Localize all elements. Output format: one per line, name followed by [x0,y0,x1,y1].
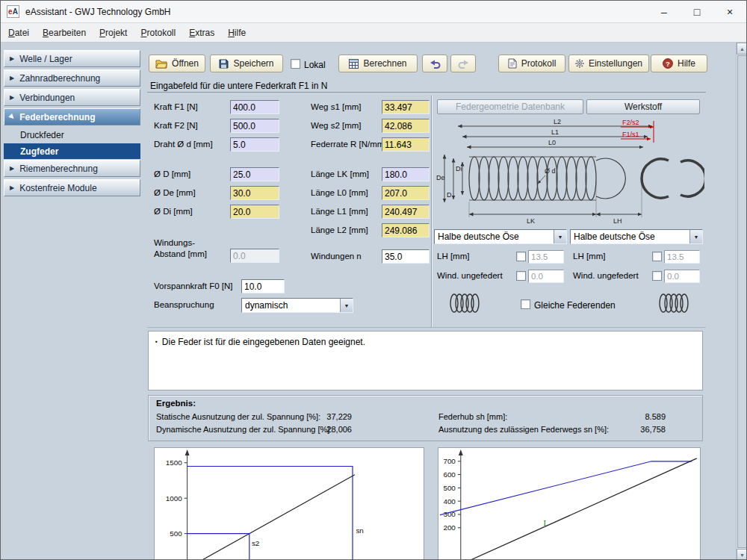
dim-f1-s1: F1/s1 [622,131,639,138]
dropdown-arrow-icon: ▼ [554,230,566,243]
svg-text:sn: sn [356,526,363,535]
spring-diagram: L2 L1 L0 De D Di Ø d LK LH F2/s2 F1/s1 [436,117,704,226]
limit-chart-svg: 200300400500600700I [438,448,700,560]
sidebar-item-federberechnung[interactable]: ▶Federberechnung [4,108,140,125]
svg-text:s2: s2 [252,539,259,547]
lh-right-checkbox[interactable] [652,252,662,261]
help-label: Hilfe [678,58,695,69]
laenge-l1-output[interactable] [382,205,430,219]
title-bar: eA eAssistant - GWJ Technology GmbH – □ … [1,1,746,23]
wind-ungefedert-right-checkbox[interactable] [652,271,662,281]
protocol-button[interactable]: Protokoll [498,55,565,72]
svg-text:500: 500 [443,484,456,492]
scroll-down-button[interactable]: ▼ [737,549,747,560]
lh-left-input [528,250,564,264]
scrollbar-thumb[interactable] [737,55,747,548]
lokal-checkbox[interactable] [291,59,300,69]
vorspannkraft-input[interactable] [241,279,285,293]
dynamic-usage-value: 28,006 [307,425,352,434]
scroll-up-button[interactable]: ▲ [737,43,747,55]
ose-left-value: Halbe deutsche Öse [435,231,554,242]
menu-hilfe[interactable]: Hilfe [228,28,246,38]
sidebar-nav: ▶Welle / Lager▶Zahnradberechnung▶Verbind… [4,50,140,199]
maximize-button[interactable]: □ [681,1,713,22]
dim-od: Ø d [545,167,556,175]
federgeometrie-datenbank-button[interactable]: Federgeometrie Datenbank [437,99,583,114]
durchmesser-De-label: Ø De [mm] [154,188,196,197]
weg-s1-output[interactable] [382,100,430,114]
bullet-icon: ▪ [155,338,158,345]
durchmesser-Di-input[interactable] [230,205,279,219]
sidebar-item-label: Kostenfreie Module [19,183,96,193]
protocol-label: Protokoll [521,58,557,69]
dropdown-arrow-icon: ▼ [340,299,353,312]
federweg-usage-label: Ausnutzung des zulässigen Federwegs sn [… [438,425,609,434]
kraft-f2-input[interactable] [230,119,279,133]
redo-button[interactable] [450,55,476,72]
sidebar-item-label: Federberechnung [19,112,95,122]
ose-right-dropdown[interactable]: Halbe deutsche Öse ▼ [570,229,703,244]
wind-ungefedert-right-input [664,270,700,283]
durchmesser-De-input[interactable] [230,186,279,200]
vertical-scrollbar[interactable]: ▲ ▼ [736,43,747,560]
menu-bearbeiten[interactable]: Bearbeiten [43,28,86,38]
status-text: Eingabefeld für die untere Federkraft F1… [150,81,327,91]
open-button[interactable]: Öffnen [149,55,205,72]
spring-coil-drawing [469,157,704,200]
sidebar-item-zugfeder[interactable]: Zugfeder [4,143,140,159]
sidebar-item-welle-lager[interactable]: ▶Welle / Lager [4,50,140,67]
calculate-button[interactable]: Berechnen [338,55,418,72]
weg-s2-output[interactable] [382,119,430,133]
dim-d: D [447,191,452,199]
durchmesser-Di-label: Ø Di [mm] [154,207,193,216]
redo-icon [458,59,469,69]
close-button[interactable]: × [713,1,746,22]
menu-extras[interactable]: Extras [189,28,214,38]
gleiche-federenden-checkbox[interactable] [521,299,530,309]
svg-text:?: ? [666,60,670,68]
weg-s1-label: Weg s1 [mm] [311,102,362,111]
spring-end-right-icon [657,290,691,316]
sidebar-item-verbindungen[interactable]: ▶Verbindungen [4,89,140,106]
menu-bar: DateiBearbeitenProjektProtokollExtrasHil… [1,23,746,43]
static-usage-value: 37,229 [307,412,352,421]
sidebar-item-druckfeder[interactable]: Druckfeder [4,128,140,143]
windungen-label: Windungen n [311,252,362,261]
lh-left-checkbox[interactable] [516,252,526,261]
help-button[interactable]: ? Hilfe [651,55,707,72]
wind-ungefedert-left-input [528,270,564,283]
lh-right-label: LH [mm] [573,252,605,261]
minimize-button[interactable]: – [648,1,681,22]
werkstoff-button[interactable]: Werkstoff [586,99,700,114]
laenge-l0-output[interactable] [382,186,430,200]
sidebar-item-label: Verbindungen [19,93,75,103]
svg-text:1500: 1500 [166,458,182,467]
sidebar-item-zahnradberechnung[interactable]: ▶Zahnradberechnung [4,69,140,87]
kraft-f2-label: Kraft F2 [N] [154,121,198,130]
gleiche-federenden-label: Gleiche Federenden [534,300,616,311]
laenge-l2-output[interactable] [382,223,430,237]
save-button[interactable]: Speichern [210,55,283,72]
laenge-l1-label: Länge L1 [mm] [311,207,368,216]
sidebar-item-kostenfreie-module[interactable]: ▶Kostenfreie Module [4,179,140,196]
sidebar-item-riemenberechnung[interactable]: ▶Riemenberechnung [4,160,140,177]
collapsed-arrow-icon: ▶ [10,55,14,62]
durchmesser-D-input[interactable] [230,167,279,181]
beanspruchung-dropdown[interactable]: dynamisch ▼ [241,298,353,313]
kraft-f1-input[interactable] [230,100,279,114]
collapsed-arrow-icon: ▶ [10,165,14,172]
laenge-lk-input[interactable] [382,167,430,181]
draht-d-input[interactable] [230,137,279,152]
dim-l0: L0 [548,139,556,146]
windungsabstand-input [230,249,279,263]
menu-protokoll[interactable]: Protokoll [140,28,176,38]
wind-ungefedert-left-checkbox[interactable] [516,271,526,281]
undo-button[interactable] [422,55,447,72]
menu-projekt[interactable]: Projekt [99,28,127,38]
ose-left-dropdown[interactable]: Halbe deutsche Öse ▼ [434,229,567,244]
menu-datei[interactable]: Datei [8,28,29,38]
status-divider [147,92,706,93]
windungen-input[interactable] [382,249,430,264]
settings-button[interactable]: Einstellungen [568,55,649,72]
federrate-output[interactable] [382,137,430,152]
